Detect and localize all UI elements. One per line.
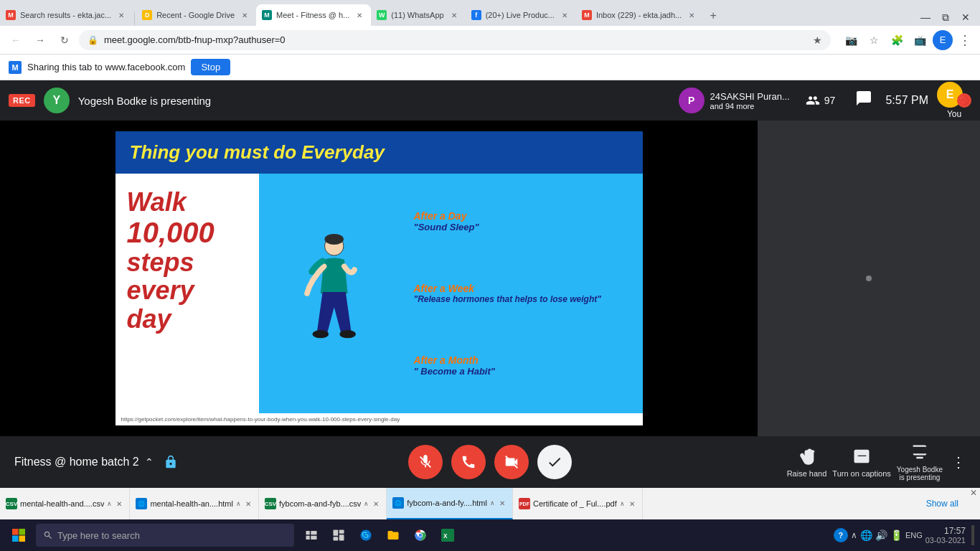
bookmark-star-icon[interactable]: ☆ — [864, 30, 884, 50]
end-call-button[interactable] — [451, 445, 486, 479]
html-icon-2: 🌐 — [392, 497, 404, 509]
captions-button[interactable]: Turn on captions — [832, 446, 891, 478]
tab-favicon-fb: f — [471, 10, 481, 20]
download-close-5[interactable]: ✕ — [628, 499, 636, 509]
people-count-button[interactable]: 97 — [798, 89, 843, 112]
browser-menu-button[interactable]: ⋮ — [956, 32, 974, 48]
lock-meeting-button[interactable] — [159, 451, 182, 474]
presenting-label: Yogesh Bodke is presenting — [897, 466, 943, 481]
tab-drive[interactable]: D Recent - Google Drive ✕ — [136, 4, 256, 26]
svg-rect-8 — [12, 536, 19, 542]
widgets-icon — [332, 529, 345, 542]
after-week-result: "Release hormones that helps to lose wei… — [414, 294, 631, 304]
meet-controls: Fitness @ home batch 2 ⌃ — [0, 436, 980, 488]
tab-close-meet[interactable]: ✕ — [354, 9, 365, 21]
slide-body: Walk10,000stepseveryday — [116, 174, 643, 413]
taskbar-search[interactable]: Type here to search — [36, 524, 294, 547]
tab-close-wa[interactable]: ✕ — [448, 9, 460, 21]
mute-button[interactable] — [408, 445, 443, 479]
tab-fb[interactable]: f (20+) Live Produc... ✕ — [466, 4, 576, 26]
downloads-bar-close[interactable]: ✕ — [967, 488, 980, 519]
download-arrow-2[interactable]: ∧ — [236, 500, 241, 507]
tray-help-icon[interactable]: ? — [834, 528, 848, 542]
back-button[interactable]: ← — [6, 30, 26, 50]
bookmark-icon[interactable]: ★ — [813, 34, 822, 46]
widgets-button[interactable] — [326, 522, 352, 548]
tray-up-arrow[interactable]: ∧ — [851, 530, 857, 540]
download-close-4[interactable]: ✕ — [498, 498, 507, 509]
download-arrow-5[interactable]: ∧ — [620, 500, 625, 507]
downloads-bar: CSV mental-health-and....csv ∧ ✕ 🌐 menta… — [0, 488, 980, 519]
more-options-button[interactable]: ⋮ — [951, 453, 966, 471]
tray-volume-icon[interactable]: 🔊 — [875, 529, 887, 541]
cast-icon[interactable]: 📺 — [910, 30, 930, 50]
browser-window-controls: — ⧉ ✕ — [917, 9, 980, 26]
tab-gmail[interactable]: M Search results - ekta.jac... ✕ — [0, 4, 133, 26]
people-icon — [806, 93, 820, 108]
camera-button[interactable] — [494, 445, 529, 479]
user-block: E 🚫 You — [937, 82, 971, 119]
participant-avatar: P — [679, 88, 705, 113]
captions-label: Turn on captions — [832, 469, 891, 478]
slide-item-2: After a Week "Release hormones that help… — [414, 283, 631, 304]
download-close-2[interactable]: ✕ — [244, 499, 253, 509]
tab-wa[interactable]: W (11) WhatsApp ✕ — [371, 4, 465, 26]
download-item-4[interactable]: 🌐 fybcom-a-and-fy....html ∧ ✕ — [387, 488, 513, 519]
download-item-3[interactable]: CSV fybcom-a-and-fyb....csv ∧ ✕ — [259, 488, 387, 519]
download-arrow-3[interactable]: ∧ — [364, 500, 369, 507]
download-item-2[interactable]: 🌐 mental-health-an....html ∧ ✕ — [130, 488, 259, 519]
tab-close-inbox[interactable]: ✕ — [686, 9, 697, 21]
info-bar: M Sharing this tab to www.facebook.com S… — [0, 55, 980, 80]
check-button[interactable] — [537, 445, 572, 479]
download-item-5[interactable]: PDF Certificate of _ Ful....pdf ∧ ✕ — [513, 488, 643, 519]
explorer-taskbar-button[interactable] — [380, 522, 406, 548]
stop-button[interactable]: Stop — [191, 59, 230, 75]
restore-button[interactable]: ⧉ — [937, 9, 954, 26]
captions-icon — [852, 446, 872, 466]
reload-button[interactable]: ↻ — [55, 30, 75, 50]
chrome-taskbar-button[interactable] — [407, 522, 433, 548]
download-close-3[interactable]: ✕ — [372, 499, 380, 509]
download-arrow-4[interactable]: ∧ — [490, 499, 495, 507]
url-text: meet.google.com/btb-fnup-mxp?authuser=0 — [104, 34, 807, 45]
clock-time: 17:57 — [925, 526, 966, 536]
tab-close-fb[interactable]: ✕ — [559, 9, 570, 21]
edge-taskbar-button[interactable] — [353, 522, 379, 548]
muted-indicator: 🚫 — [957, 93, 971, 108]
expand-icon[interactable]: ⌃ — [145, 456, 154, 468]
tab-close-drive[interactable]: ✕ — [239, 9, 250, 21]
tray-network-icon[interactable]: 🌐 — [860, 529, 872, 541]
tab-close-gmail[interactable]: ✕ — [116, 9, 127, 21]
download-item-1[interactable]: CSV mental-health-and....csv ∧ ✕ — [0, 488, 130, 519]
show-desktop-button[interactable] — [971, 525, 974, 545]
extension-puzzle-icon[interactable]: 🧩 — [887, 30, 907, 50]
slide-container: Thing you must do Everyday Walk10,000ste… — [0, 121, 758, 436]
slide-item-3: After a Month " Become a Habit" — [414, 354, 631, 377]
forward-button[interactable]: → — [30, 30, 50, 50]
chat-button[interactable] — [851, 85, 877, 116]
raise-hand-button[interactable]: Raise hand — [787, 446, 827, 478]
address-bar-icons: 📷 ☆ 🧩 📺 E ⋮ — [841, 30, 974, 50]
taskview-button[interactable] — [298, 522, 324, 548]
download-arrow-1[interactable]: ∧ — [107, 500, 112, 507]
minimize-button[interactable]: — — [917, 9, 934, 26]
presenting-info-button[interactable]: Yogesh Bodke is presenting — [897, 443, 943, 481]
windows-logo — [11, 528, 26, 542]
excel-taskbar-button[interactable]: X — [435, 522, 461, 548]
close-button[interactable]: ✕ — [957, 9, 974, 26]
download-close-1[interactable]: ✕ — [115, 499, 123, 509]
tab-inbox[interactable]: M Inbox (229) - ekta.jadh... ✕ — [576, 4, 703, 26]
svg-rect-6 — [12, 529, 19, 535]
excel-icon: X — [441, 529, 454, 542]
tray-input-indicator[interactable]: ENG — [905, 531, 923, 540]
show-all-button[interactable]: Show all — [918, 488, 967, 519]
start-button[interactable] — [3, 519, 34, 551]
profile-button[interactable]: E — [933, 30, 953, 50]
tray-battery-icon[interactable]: 🔋 — [890, 529, 903, 541]
tab-meet[interactable]: M Meet - Fitness @ h... ✕ — [256, 4, 371, 26]
taskbar-app-icons: X — [298, 522, 461, 548]
tab-bar: M Search results - ekta.jac... ✕ D Recen… — [0, 0, 980, 26]
url-bar[interactable]: 🔒 meet.google.com/btb-fnup-mxp?authuser=… — [79, 30, 831, 50]
camera-icon[interactable]: 📷 — [841, 30, 861, 50]
new-tab-button[interactable]: + — [703, 6, 723, 26]
